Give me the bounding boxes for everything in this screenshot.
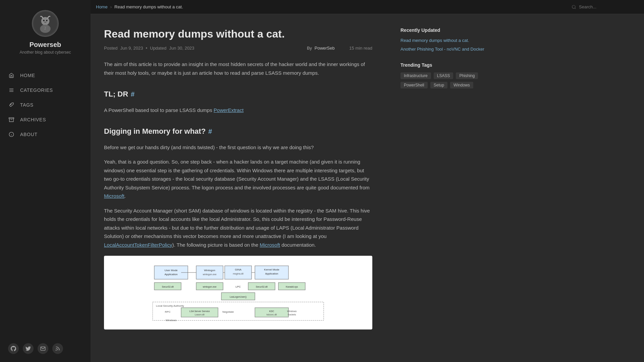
updated-date: Jun 30, 2023 [169,46,194,51]
tag-setup[interactable]: Setup [430,82,447,88]
svg-text:2: 2 [44,26,46,30]
avatar: 2 [32,10,59,37]
tag-windows[interactable]: Windows [450,82,473,88]
posted-label: Posted [104,46,117,51]
svg-text:Windows: Windows [166,319,176,322]
svg-text:Kseadd.sys: Kseadd.sys [286,286,298,288]
trending-tags-title: Trending Tags [400,62,485,68]
tldr-hash-link[interactable]: # [131,88,135,100]
svg-text:LSA Server Service: LSA Server Service [190,310,210,312]
article-body: The aim of this article is to provide an… [104,60,372,329]
localaccount-link[interactable]: LocalAccountTokenFilterPolicy [104,242,172,248]
svg-text:Application: Application [265,272,278,275]
tag-lsass[interactable]: LSASS [434,72,453,79]
tldr-paragraph: A PowerShell based tool to parse LSASS d… [104,106,372,115]
rss-icon[interactable] [52,343,63,354]
svg-text:Kernel Mode: Kernel Mode [264,268,279,271]
sidebar-item-tags-label: TAGS [20,102,34,108]
svg-line-18 [575,8,576,9]
sidebar: 2 Powerseb Another blog about cybersec H… [0,0,91,362]
github-icon[interactable] [8,343,19,354]
sidebar-logo-area: 2 Powerseb Another blog about cybersec [0,0,91,61]
tag-powershell[interactable]: PowerShell [400,82,428,88]
svg-point-17 [572,5,575,8]
topbar: Home › Read memory dumps without a cat. … [91,0,644,14]
svg-text:Negotiate: Negotiate [222,310,234,313]
svg-text:GINA: GINA [235,268,241,271]
breadcrumb: Home › Read memory dumps without a cat. [96,4,572,9]
svg-text:RPC: RPC [165,310,171,313]
twitter-icon[interactable] [23,343,34,354]
svg-text:Application: Application [164,273,177,276]
home-icon [8,72,15,79]
article-meta: Posted Jun 9, 2023 • Updated Jun 30, 202… [104,46,372,51]
svg-text:LsaLogonUser(): LsaLogonUser() [230,296,247,298]
breadcrumb-separator: › [110,4,112,9]
archives-icon [8,116,15,123]
svg-text:winlogon.exe: winlogon.exe [203,286,217,288]
breadcrumb-home-link[interactable]: Home [96,4,108,9]
svg-text:Secur32.dll: Secur32.dll [256,286,267,288]
sidebar-item-about-label: ABOUT [20,132,38,137]
sidebar-item-home-label: HOME [20,73,35,78]
sidebar-item-categories[interactable]: CATEGORIES [0,83,91,98]
article-meta-left: Posted Jun 9, 2023 • Updated Jun 30, 202… [104,46,194,51]
recent-items-list: Read memory dumps without a cat. Another… [400,38,485,52]
read-time: 15 min read [349,46,372,51]
para3: The Security Account Manager (short SAM)… [104,206,372,249]
svg-point-3 [43,20,44,21]
tag-phishing[interactable]: Phishing [456,72,478,79]
diagram-container: User Mode Application Winlogon winlogon.… [104,256,372,329]
site-title: Powerseb [30,41,61,49]
sidebar-item-archives[interactable]: ARCHIVES [0,112,91,127]
digging-hash-link[interactable]: # [208,126,212,137]
para1: Before we get our hands dirty (and minds… [104,143,372,152]
right-sidebar: Recently Updated Read memory dumps witho… [392,14,493,362]
search-area[interactable]: Search... [572,4,639,9]
article-author: PowerSeb [315,46,335,51]
microsoft-link-2[interactable]: Microsoft [260,242,280,248]
svg-point-16 [56,350,56,350]
article-title: Read memory dumps without a cat. [104,27,372,40]
sidebar-item-archives-label: ARCHIVES [20,117,46,122]
recently-updated-title: Recently Updated [400,27,485,33]
sidebar-item-categories-label: CATEGORIES [20,87,53,93]
svg-text:winlogon.exe: winlogon.exe [203,273,217,276]
svg-point-1 [41,17,50,25]
sidebar-item-about[interactable]: ABOUT [0,127,91,142]
main-area: Read memory dumps without a cat. Posted … [91,14,644,362]
svg-rect-11 [9,118,14,119]
tldr-heading: TL; DR # [104,88,372,100]
digging-heading: Digging in Memory for what? # [104,125,372,137]
svg-text:msgina.dll: msgina.dll [233,273,244,275]
email-icon[interactable] [38,343,48,354]
svg-text:Lsasrv.dll: Lsasrv.dll [195,313,204,316]
svg-point-4 [46,20,47,21]
para2: Yeah, that is a good question. So, one s… [104,158,372,200]
site-tagline: Another blog about cybersec [20,50,71,55]
microsoft-link-1[interactable]: Microsoft [104,193,124,199]
svg-text:Sockets: Sockets [288,313,296,316]
article-meta-right: By PowerSeb 15 min read [307,46,372,51]
svg-text:kdcsvc.dll: kdcsvc.dll [267,313,277,316]
updated-label: Updated [150,46,166,51]
svg-point-5 [44,21,47,23]
svg-text:User Mode: User Mode [164,269,178,272]
breadcrumb-current: Read memory dumps without a cat. [114,4,183,9]
by-label: By [307,46,312,51]
search-label[interactable]: Search... [579,4,596,9]
tags-row: Infrastructure LSASS Phishing PowerShell… [400,72,485,88]
sidebar-item-tags[interactable]: TAGS [0,98,91,112]
windows-diagram: User Mode Application Winlogon winlogon.… [151,262,325,323]
tag-infrastructure[interactable]: Infrastructure [400,72,431,79]
recent-item-0[interactable]: Read memory dumps without a cat. [400,38,485,44]
sidebar-item-home[interactable]: HOME [0,68,91,83]
about-icon [8,131,15,138]
recent-item-1[interactable]: Another Phishing Tool - noVNC and Docker [400,46,485,52]
powerextract-link[interactable]: PowerExtract [214,107,244,113]
svg-text:LPC: LPC [235,285,241,288]
svg-text:Secur32.dll: Secur32.dll [162,286,173,288]
svg-text:Winlogon: Winlogon [204,269,215,272]
svg-text:Windows: Windows [287,310,297,312]
posted-date: Jun 9, 2023 [120,46,143,51]
